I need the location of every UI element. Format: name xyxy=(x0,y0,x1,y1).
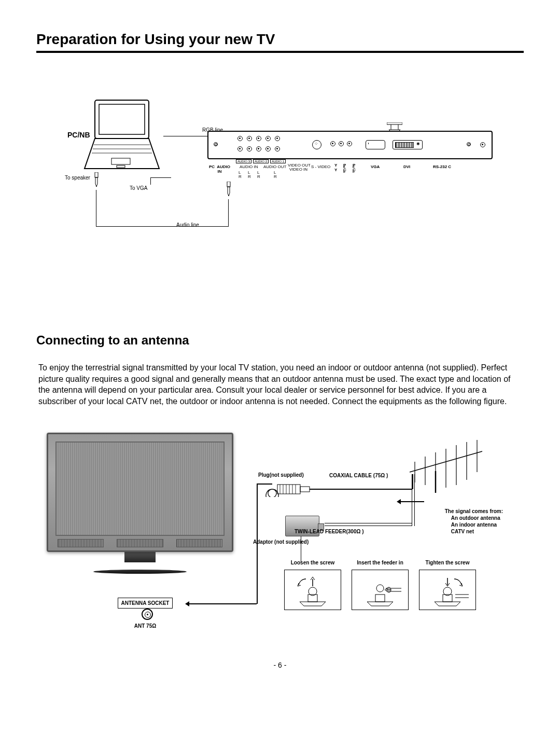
step-tighten: Tighten the screw xyxy=(419,560,476,610)
antenna-connection-diagram: ANTENNA SOCKET ANT 75Ω Plug(not supplied… xyxy=(36,427,524,645)
svg-rect-10 xyxy=(277,485,300,494)
plug-not-supplied-label: Plug(not supplied) xyxy=(258,472,304,478)
tighten-screw-icon xyxy=(424,576,471,607)
svg-rect-17 xyxy=(300,487,310,492)
coax-jack-icon xyxy=(142,609,153,620)
svg-rect-5 xyxy=(111,158,130,164)
step-insert: Insert the feeder in xyxy=(352,560,409,610)
page-number: - 6 - xyxy=(36,661,524,669)
coax-plug-icon xyxy=(264,481,316,497)
svg-rect-7 xyxy=(95,172,98,177)
page-title: Preparation for Using your new TV xyxy=(36,31,524,48)
svg-rect-0 xyxy=(95,100,149,139)
rs232-port-icon xyxy=(480,142,485,147)
insert-feeder-icon xyxy=(357,576,403,607)
outdoor-antenna-icon xyxy=(404,436,487,493)
svg-rect-8 xyxy=(387,122,402,125)
twin-lead-label: TWIN-LEAD FEEDER(300Ω ) xyxy=(295,529,364,534)
loosen-screw-icon xyxy=(289,576,336,607)
s-video-port-icon xyxy=(312,140,321,149)
to-speaker-label: To speaker xyxy=(65,175,90,181)
pc-connection-diagram: PC/NB To speaker To VGA RGB line Audio l… xyxy=(36,94,524,281)
section-body: To enjoy the terrestrial signal transmit… xyxy=(36,362,524,407)
audio-plug-icon xyxy=(93,172,100,190)
svg-rect-1 xyxy=(99,104,145,134)
svg-rect-9 xyxy=(227,182,230,187)
tv-front-icon xyxy=(47,433,233,583)
vga-port-icon xyxy=(366,140,385,149)
signal-source-list: The signal comes from: An outdoor antenn… xyxy=(445,508,503,535)
tv-rear-panel xyxy=(207,131,493,159)
section-heading: Connecting to an antenna xyxy=(36,333,524,348)
antenna-socket: ANTENNA SOCKET ANT 75Ω xyxy=(109,598,181,629)
audio-sub-labels: AUDIO 3 AUDIO 2 AUDIO 1 xyxy=(236,159,286,163)
dvi-port-icon xyxy=(393,140,423,149)
audio-line-label: Audio line xyxy=(176,222,199,228)
svg-rect-30 xyxy=(375,595,385,602)
to-vga-label: To VGA xyxy=(130,185,147,191)
svg-point-31 xyxy=(376,585,384,592)
laptop-icon xyxy=(80,97,163,175)
svg-rect-6 xyxy=(117,165,125,168)
panel-stand-icon xyxy=(387,122,402,132)
step-loosen: Loosen the screw xyxy=(284,560,341,610)
audio-plug-icon xyxy=(225,182,232,199)
coax-cable-label: COAXIAL CABLE (75Ω ) xyxy=(329,473,388,478)
